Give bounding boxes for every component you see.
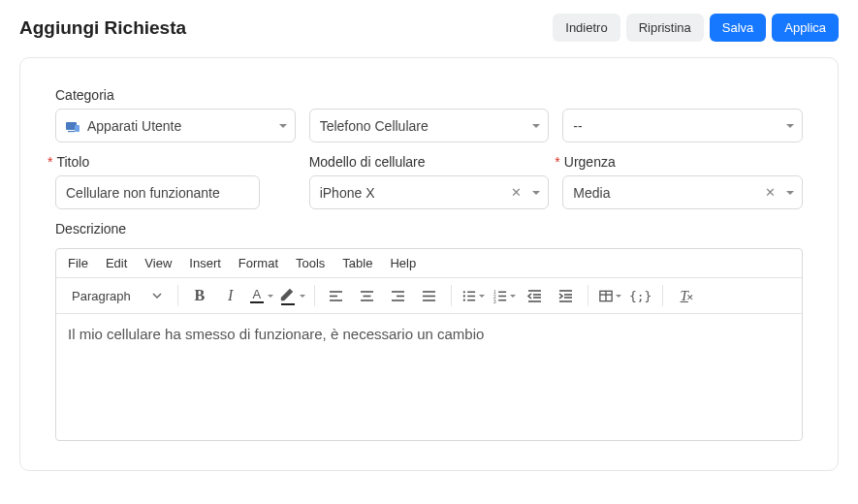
block-format-value: Paragraph [72, 289, 131, 303]
model-select[interactable]: iPhone X ✕ [309, 175, 550, 209]
chevron-down-icon [532, 124, 540, 128]
urgency-select[interactable]: Media ✕ [562, 175, 803, 209]
category-label: Categoria [55, 87, 114, 103]
outdent-icon[interactable] [524, 284, 547, 307]
menu-view[interactable]: View [144, 256, 172, 270]
save-button[interactable]: Salva [710, 14, 767, 42]
clear-formatting-icon[interactable]: T✕ [673, 284, 696, 307]
required-marker: * [555, 155, 559, 169]
svg-point-15 [462, 291, 464, 293]
bold-icon[interactable]: B [188, 284, 211, 307]
category-level1-value: Apparati Utente [87, 118, 181, 134]
category-level2-value: Telefono Cellulare [320, 118, 429, 134]
page-title: Aggiungi Richiesta [19, 17, 186, 39]
chevron-down-icon [152, 291, 162, 300]
rich-text-editor: File Edit View Insert Format Tools Table… [55, 248, 803, 441]
code-sample-icon[interactable]: {;} [629, 284, 652, 307]
clear-icon[interactable]: ✕ [508, 185, 524, 200]
clear-icon[interactable]: ✕ [762, 185, 779, 200]
description-label: Descrizione [55, 221, 126, 236]
chevron-down-icon [786, 191, 794, 195]
editor-body[interactable]: Il mio cellulare ha smesso di funzionare… [56, 314, 802, 440]
menu-tools[interactable]: Tools [296, 256, 325, 270]
block-format-select[interactable]: Paragraph [66, 287, 168, 305]
required-marker: * [48, 155, 52, 169]
reset-button[interactable]: Ripristina [626, 14, 704, 42]
menu-edit[interactable]: Edit [106, 256, 127, 270]
menu-table[interactable]: Table [342, 256, 372, 270]
text-color-icon[interactable]: A [250, 284, 273, 307]
urgency-value: Media [573, 185, 610, 201]
align-left-icon[interactable] [325, 284, 348, 307]
back-button[interactable]: Indietro [553, 14, 620, 42]
urgency-label: Urgenza [564, 154, 616, 170]
svg-point-16 [462, 295, 464, 297]
menu-file[interactable]: File [68, 256, 88, 270]
italic-icon[interactable]: I [219, 284, 242, 307]
highlight-color-icon[interactable] [281, 284, 304, 307]
apply-button[interactable]: Applica [772, 14, 839, 42]
form-card: Categoria Apparati Utente Telefono Cellu… [19, 57, 839, 471]
svg-point-17 [462, 299, 464, 300]
device-category-icon [66, 120, 81, 132]
editor-toolbar: Paragraph B I A [56, 278, 802, 314]
svg-rect-1 [68, 131, 75, 132]
title-label: Titolo [56, 154, 89, 170]
category-level1-select[interactable]: Apparati Utente [55, 109, 296, 142]
chevron-down-icon [532, 191, 540, 195]
chevron-down-icon [786, 124, 794, 128]
align-center-icon[interactable] [356, 284, 379, 307]
model-label: Modello di cellulare [309, 154, 426, 170]
title-input[interactable] [66, 185, 251, 201]
bullet-list-icon[interactable] [461, 284, 485, 307]
align-right-icon[interactable] [387, 284, 410, 307]
numbered-list-icon[interactable]: 123 [493, 284, 516, 307]
model-value: iPhone X [320, 185, 375, 201]
align-justify-icon[interactable] [418, 284, 441, 307]
menu-insert[interactable]: Insert [189, 256, 221, 270]
menu-format[interactable]: Format [238, 256, 278, 270]
category-level2-select[interactable]: Telefono Cellulare [309, 109, 550, 142]
svg-rect-2 [75, 125, 79, 132]
title-input-wrapper [55, 175, 260, 209]
description-text: Il mio cellulare ha smesso di funzionare… [68, 326, 484, 342]
menu-help[interactable]: Help [390, 256, 416, 270]
table-icon[interactable] [598, 284, 621, 307]
category-level3-select[interactable]: -- [562, 109, 803, 142]
editor-menubar: File Edit View Insert Format Tools Table… [56, 249, 802, 278]
indent-icon[interactable] [555, 284, 578, 307]
category-level3-value: -- [573, 118, 582, 134]
svg-text:3: 3 [493, 299, 496, 303]
header-buttons: Indietro Ripristina Salva Applica [553, 14, 839, 42]
chevron-down-icon [279, 124, 287, 128]
